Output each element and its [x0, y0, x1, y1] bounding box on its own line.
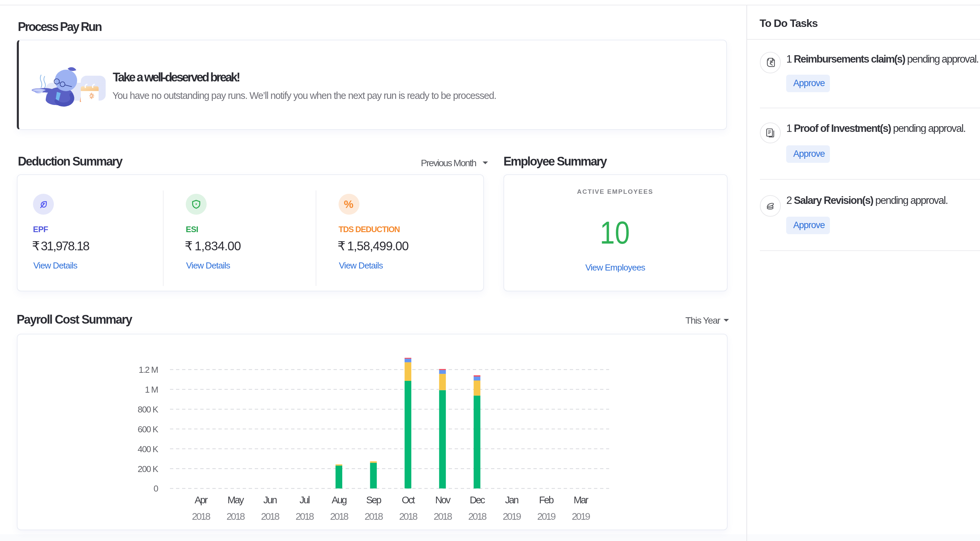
- svg-text:Feb: Feb: [539, 495, 554, 505]
- svg-text:Dec: Dec: [470, 495, 485, 505]
- svg-text:Jan: Jan: [505, 495, 519, 505]
- svg-text:Mar: Mar: [573, 495, 589, 505]
- svg-text:2018: 2018: [434, 511, 452, 522]
- svg-text:2018: 2018: [468, 511, 486, 522]
- svg-text:Oct: Oct: [402, 495, 415, 505]
- svg-text:1.2 M: 1.2 M: [138, 365, 158, 375]
- svg-text:Sep: Sep: [366, 495, 381, 505]
- svg-text:2019: 2019: [537, 511, 555, 522]
- svg-text:Jun: Jun: [264, 495, 277, 505]
- svg-text:2018: 2018: [226, 511, 245, 522]
- svg-text:May: May: [228, 495, 244, 505]
- svg-text:2018: 2018: [192, 511, 210, 522]
- svg-text:Aug: Aug: [331, 495, 347, 505]
- svg-text:600 K: 600 K: [138, 424, 159, 434]
- svg-text:400 K: 400 K: [138, 444, 159, 454]
- svg-text:Apr: Apr: [194, 495, 208, 505]
- svg-text:1 M: 1 M: [145, 385, 158, 395]
- svg-text:0: 0: [153, 484, 158, 493]
- svg-text:2019: 2019: [572, 511, 590, 522]
- svg-text:2019: 2019: [503, 511, 521, 522]
- svg-text:2018: 2018: [330, 511, 348, 522]
- svg-text:Nov: Nov: [435, 495, 450, 505]
- svg-text:Jul: Jul: [299, 495, 310, 505]
- svg-text:200 K: 200 K: [138, 464, 159, 474]
- svg-text:800 K: 800 K: [138, 404, 159, 414]
- svg-text:2018: 2018: [296, 511, 313, 522]
- svg-text:2018: 2018: [364, 511, 383, 522]
- svg-text:2018: 2018: [261, 511, 279, 522]
- svg-text:2018: 2018: [399, 511, 417, 522]
